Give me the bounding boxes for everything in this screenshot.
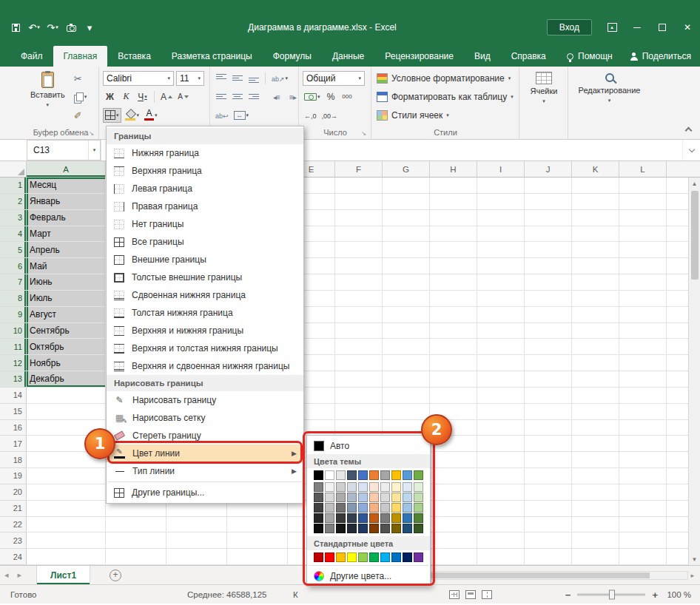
menu-item-erase-border[interactable]: Стереть границу <box>107 427 303 445</box>
theme-variant-swatch[interactable] <box>403 482 412 492</box>
cell-A14[interactable] <box>27 388 106 404</box>
theme-variant-swatch[interactable] <box>325 503 334 513</box>
paste-button[interactable]: Вставить ▾ <box>26 69 70 126</box>
format-as-table-button[interactable]: Форматировать как таблицу ▾ <box>375 87 516 106</box>
cell-I2[interactable] <box>477 194 525 210</box>
cell-I13[interactable] <box>477 371 525 388</box>
align-left-button[interactable] <box>214 89 228 104</box>
close-button[interactable]: ✕ <box>675 10 700 44</box>
cell-L5[interactable] <box>619 242 667 258</box>
cell-K8[interactable] <box>572 291 619 307</box>
cell-L15[interactable] <box>619 404 667 420</box>
theme-variant-swatch[interactable] <box>325 493 334 502</box>
standard-color-swatch[interactable] <box>314 552 323 562</box>
cell-K3[interactable] <box>572 210 619 226</box>
zoom-slider-thumb[interactable] <box>609 589 615 599</box>
comma-style-button[interactable]: 000 <box>340 89 354 104</box>
scroll-right-icon[interactable]: ▸ <box>690 572 694 579</box>
row-header-8[interactable]: 8 <box>0 291 27 307</box>
orientation-button[interactable]: ▾ <box>270 71 289 86</box>
cell-I19[interactable] <box>477 468 525 484</box>
cell-G5[interactable] <box>383 242 430 258</box>
cell-A11[interactable]: Октябрь <box>27 339 106 355</box>
theme-variant-swatch[interactable] <box>380 513 390 523</box>
cell-J3[interactable] <box>525 210 572 226</box>
zoom-slider[interactable] <box>577 593 645 595</box>
page-break-view-button[interactable] <box>482 590 492 599</box>
cell-J1[interactable] <box>525 178 572 194</box>
cell-K17[interactable] <box>572 436 619 452</box>
cell-F1[interactable] <box>335 178 383 194</box>
tab-page-layout[interactable]: Разметка страницы <box>161 46 263 67</box>
menu-item-thick-outside-borders[interactable]: Толстые внешние границы <box>107 268 303 286</box>
scroll-up-icon[interactable]: ▲ <box>689 178 700 189</box>
row-header-18[interactable]: 18 <box>0 452 27 468</box>
row-header-14[interactable]: 14 <box>0 388 27 404</box>
theme-variant-swatch[interactable] <box>314 524 323 533</box>
menu-item-all-borders[interactable]: Все границы <box>107 233 303 251</box>
underline-button[interactable]: Ч▾ <box>135 89 149 104</box>
merge-center-button[interactable]: ▾ <box>232 108 251 123</box>
cell-F10[interactable] <box>335 323 383 339</box>
cell-L24[interactable] <box>619 549 667 565</box>
cell-G6[interactable] <box>383 258 430 274</box>
cell-H20[interactable] <box>430 484 477 501</box>
cell-G15[interactable] <box>383 404 430 420</box>
cell-C24[interactable] <box>166 549 227 565</box>
cell-L11[interactable] <box>619 339 667 355</box>
cell-A7[interactable]: Июнь <box>27 274 106 291</box>
sign-in-button[interactable]: Вход <box>547 19 592 36</box>
increase-indent-button[interactable] <box>286 89 300 104</box>
format-painter-button[interactable] <box>73 108 89 123</box>
cell-C22[interactable] <box>166 517 227 533</box>
column-header-F[interactable]: F <box>335 161 383 178</box>
menu-item-outside-borders[interactable]: Внешние границы <box>107 251 303 268</box>
theme-variant-swatch[interactable] <box>336 524 346 533</box>
standard-color-swatch[interactable] <box>403 552 412 562</box>
assistant-button[interactable]: Помощн <box>558 46 622 67</box>
cell-G3[interactable] <box>383 210 430 226</box>
row-header-1[interactable]: 1 <box>0 178 27 194</box>
cell-styles-button[interactable]: Стили ячеек ▾ <box>375 106 516 124</box>
cell-H7[interactable] <box>430 274 477 291</box>
cell-H9[interactable] <box>430 307 477 323</box>
cell-I9[interactable] <box>477 307 525 323</box>
increase-font-size-button[interactable]: А <box>159 89 174 104</box>
cell-K14[interactable] <box>572 388 619 404</box>
cell-I14[interactable] <box>477 388 525 404</box>
cell-A2[interactable]: Январь <box>27 194 106 210</box>
column-header-L[interactable]: L <box>619 161 667 178</box>
row-header-16[interactable]: 16 <box>0 420 27 436</box>
cell-K23[interactable] <box>572 533 619 549</box>
zoom-in-button[interactable]: + <box>652 589 658 600</box>
theme-variant-swatch[interactable] <box>380 503 390 513</box>
cell-B23[interactable] <box>106 533 166 549</box>
cell-D24[interactable] <box>227 549 288 565</box>
menu-item-top-and-thick-bottom-border[interactable]: Верхняя и толстая нижняя границы <box>107 339 303 357</box>
standard-color-swatch[interactable] <box>336 552 346 562</box>
theme-variant-swatch[interactable] <box>347 524 357 533</box>
auto-color-item[interactable]: Авто <box>307 437 430 454</box>
cell-F3[interactable] <box>335 210 383 226</box>
theme-color-swatch[interactable] <box>403 470 412 480</box>
menu-item-top-border[interactable]: Верхняя граница <box>107 162 303 180</box>
maximize-button[interactable] <box>650 10 675 44</box>
cell-G14[interactable] <box>383 388 430 404</box>
theme-variant-swatch[interactable] <box>391 524 401 533</box>
cell-H11[interactable] <box>430 339 477 355</box>
increase-decimal-button[interactable] <box>303 108 318 123</box>
cell-K15[interactable] <box>572 404 619 420</box>
font-size-combobox[interactable]: 11▾ <box>176 71 204 86</box>
cell-K2[interactable] <box>572 194 619 210</box>
select-all-button[interactable] <box>0 161 27 178</box>
cell-H14[interactable] <box>430 388 477 404</box>
cell-G8[interactable] <box>383 291 430 307</box>
number-format-combobox[interactable]: Общий▾ <box>303 71 365 86</box>
cell-J9[interactable] <box>525 307 572 323</box>
cell-F16[interactable] <box>335 420 383 436</box>
cell-F8[interactable] <box>335 291 383 307</box>
cell-I15[interactable] <box>477 404 525 420</box>
theme-color-swatch[interactable] <box>391 470 401 480</box>
cell-I11[interactable] <box>477 339 525 355</box>
row-header-3[interactable]: 3 <box>0 210 27 226</box>
